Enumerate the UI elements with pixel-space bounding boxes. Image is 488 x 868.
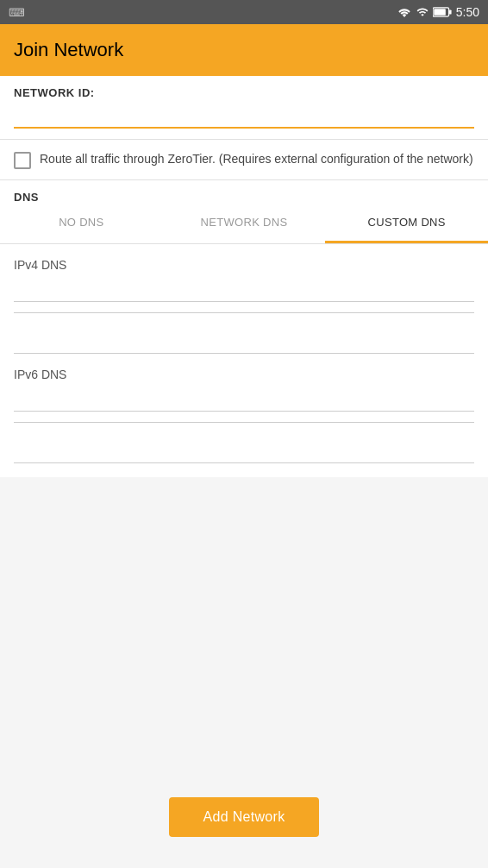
tab-no-dns[interactable]: NO DNS — [0, 204, 163, 243]
network-id-input[interactable] — [14, 104, 474, 129]
dns-tabs: NO DNS NETWORK DNS CUSTOM DNS — [0, 204, 488, 244]
page-title: Join Network — [14, 39, 123, 61]
status-bar-left: ⌨ — [9, 6, 391, 19]
ipv6-dns-input-2[interactable] — [14, 437, 474, 463]
ipv6-dns-label: IPv6 DNS — [14, 368, 474, 381]
route-traffic-checkbox[interactable] — [14, 152, 31, 169]
app-header: Join Network — [0, 24, 488, 76]
network-id-label: NETWORK ID: — [14, 86, 474, 99]
tab-custom-dns[interactable]: CUSTOM DNS — [325, 204, 488, 243]
status-time: 5:50 — [456, 5, 479, 19]
route-traffic-section: Route all traffic through ZeroTier. (Req… — [0, 140, 488, 180]
status-bar: ⌨ 5:50 — [0, 0, 488, 24]
ipv6-dns-input-1[interactable] — [14, 385, 474, 412]
ipv4-dns-input-2[interactable] — [14, 327, 474, 354]
signal-icon — [416, 6, 429, 18]
ipv4-dns-label: IPv4 DNS — [14, 258, 474, 272]
dns-title: DNS — [14, 191, 474, 204]
battery-icon — [433, 7, 452, 17]
svg-rect-2 — [434, 9, 446, 16]
ipv4-divider — [14, 312, 474, 313]
network-id-section: NETWORK ID: — [0, 76, 488, 140]
status-bar-right: 5:50 — [397, 5, 479, 19]
button-container: Add Network — [0, 797, 488, 837]
ipv6-divider — [14, 422, 474, 423]
dns-header-section: DNS — [0, 180, 488, 204]
route-traffic-row: Route all traffic through ZeroTier. (Req… — [14, 150, 474, 169]
keyboard-icon: ⌨ — [9, 6, 25, 19]
wifi-icon — [397, 6, 412, 18]
ipv6-dns-section: IPv6 DNS — [0, 361, 488, 477]
svg-rect-1 — [449, 9, 452, 14]
tab-network-dns[interactable]: NETWORK DNS — [163, 204, 326, 243]
ipv4-dns-input-1[interactable] — [14, 275, 474, 302]
add-network-button[interactable]: Add Network — [169, 797, 320, 837]
dns-inputs-section: IPv4 DNS — [0, 244, 488, 361]
route-traffic-label: Route all traffic through ZeroTier. (Req… — [40, 150, 473, 168]
